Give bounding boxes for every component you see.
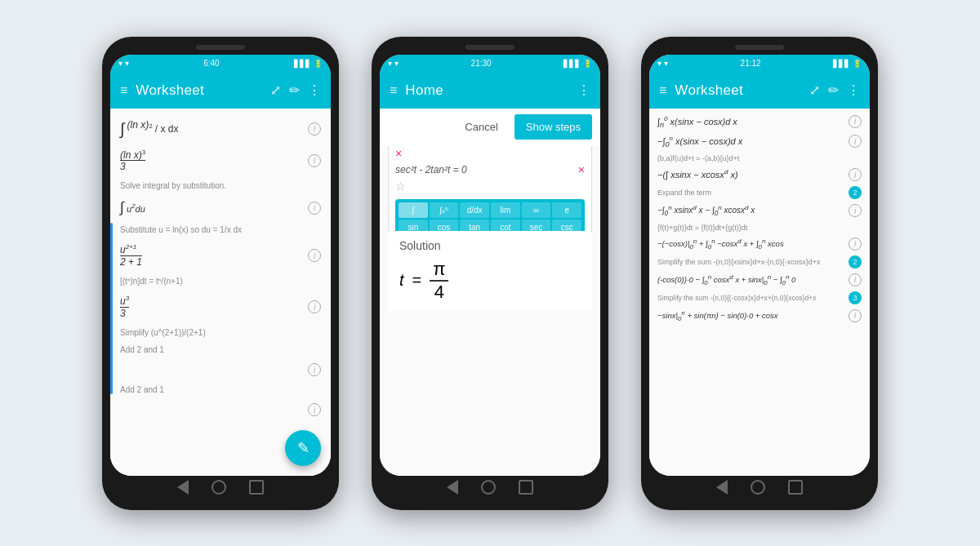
edit-icon-1[interactable]: ✏ — [289, 82, 300, 98]
step3-6-label: Simplify the sum -(n,0){(-cosx)x}d+x+(n,… — [657, 294, 816, 302]
step3-5: −(−cosx)|0n + ∫0n −cosxd x + ∫0n xcos i — [657, 236, 862, 252]
status-bar-3: ▾ ▾ 21:12 ▋▋▋ 🔋 — [649, 55, 870, 73]
kb-derivative[interactable]: d/dx — [460, 202, 489, 218]
step-5-math: u3 3 — [120, 295, 129, 319]
status-bar-2: ▾ ▾ 21:30 ▋▋▋ 🔋 — [380, 55, 600, 73]
step-6-row: i — [120, 361, 321, 379]
cancel-button[interactable]: Cancel — [455, 114, 507, 140]
page-title-1: Worksheet — [136, 82, 262, 99]
status-icons-right-3: ▋▋▋ 🔋 — [833, 60, 862, 68]
info3-5[interactable]: i — [849, 237, 862, 251]
star-icon[interactable]: ☆ — [395, 180, 406, 193]
home-content: × sec²t - 2tan²t = 0 × ☆ ∫ ∫ₐᵇ d — [380, 117, 600, 146]
step-2-row: (ln x)3 3 i — [120, 146, 321, 175]
recents-button-3[interactable] — [788, 480, 803, 495]
solution-pi: π — [430, 259, 448, 282]
graph-icon-1[interactable]: ⤢ — [270, 82, 281, 98]
app-bar-2: ≡ Home ⋮ — [380, 73, 600, 109]
home-button-3[interactable] — [751, 480, 765, 495]
info-icon-7[interactable]: i — [308, 403, 321, 416]
step-6-label: Add 2 and 1 — [120, 345, 321, 354]
info3-7[interactable]: i — [849, 309, 862, 322]
menu-icon-1[interactable]: ≡ — [120, 83, 127, 98]
input-close-2[interactable]: × — [578, 163, 585, 176]
kb-infinity[interactable]: ∞ — [522, 202, 551, 218]
phone-2: ▾ ▾ 21:30 ▋▋▋ 🔋 ≡ Home ⋮ × — [372, 37, 608, 510]
step-1-math: ∫ (ln x)2 / x dx — [120, 119, 178, 139]
status-time-3: 21:12 — [741, 59, 761, 68]
math3-4: −∫0n xsinxd x − ∫0n xcosxd x — [657, 204, 845, 217]
step-5-row: u3 3 i — [120, 292, 321, 322]
status-icons-left-3: ▾ ▾ — [657, 59, 668, 68]
more-icon-2[interactable]: ⋮ — [577, 82, 590, 98]
home-button-1[interactable] — [212, 480, 226, 495]
status-icons-right-2: ▋▋▋ 🔋 — [564, 60, 592, 68]
fab-edit[interactable]: ✎ — [285, 430, 321, 466]
step-5-label: Simplify (u^(2+1))/(2+1) — [120, 328, 321, 337]
math3-7: −sinx|0n + sin(πn) − sin(0)·0 + cosx — [657, 309, 845, 322]
info-icon-5[interactable]: i — [308, 300, 321, 313]
show-steps-button[interactable]: Show steps — [514, 114, 592, 140]
math3-2: −∫0n x(sinx − cosx)d x — [657, 135, 845, 149]
kb-definite-integral[interactable]: ∫ₐᵇ — [430, 202, 459, 218]
signal-icon: ▋▋▋ — [294, 60, 311, 68]
app-bar-actions-2: ⋮ — [577, 82, 590, 98]
info3-2[interactable]: i — [849, 135, 862, 148]
app-bar-3: ≡ Worksheet ⤢ ✏ ⋮ — [649, 73, 870, 109]
step-3-row: ∫ u2du i — [120, 197, 321, 219]
back-button-3[interactable] — [716, 480, 728, 495]
math3-1: ∫n0 x(sinx − cosx)d x — [657, 115, 845, 129]
step-7-label: Add 2 and 1 — [120, 385, 321, 394]
menu-icon-2[interactable]: ≡ — [390, 83, 397, 98]
math3-5: −(−cosx)|0n + ∫0n −cosxd x + ∫0n xcos — [657, 237, 845, 251]
step3-expand-row: Expand the term 2 — [657, 186, 862, 199]
step3-2: −∫0n x(sinx − cosx)d x i — [657, 133, 862, 150]
info-icon-3[interactable]: i — [308, 202, 321, 215]
step3-5-label: Simplify the sum -(n,0){xsinx}d+x-(n,0){… — [657, 258, 821, 266]
kb-row-1: ∫ ∫ₐᵇ d/dx lim ∞ e — [399, 202, 581, 218]
info-icon-6[interactable]: i — [308, 363, 321, 376]
graph-icon-3[interactable]: ⤢ — [809, 82, 820, 98]
back-button-2[interactable] — [447, 480, 458, 495]
input-close-1[interactable]: × — [395, 147, 402, 160]
input-row-3: ☆ — [395, 180, 585, 193]
badge-2b: 2 — [849, 255, 862, 269]
step-2-label: Solve integral by substitution. — [120, 181, 321, 190]
input-expr[interactable]: sec²t - 2tan²t = 0 — [395, 164, 578, 175]
edit-icon-3[interactable]: ✏ — [828, 82, 839, 98]
expand-label: Expand the term — [657, 189, 711, 197]
more-icon-3[interactable]: ⋮ — [847, 82, 860, 98]
page-title-3: Worksheet — [675, 82, 801, 99]
recents-button-1[interactable] — [249, 480, 264, 495]
solution-title: Solution — [399, 239, 581, 252]
more-icon-1[interactable]: ⋮ — [308, 82, 321, 98]
step3-4-label: {f(t)+g(t)}dt = {f(t)}dt+{g(t)}dt — [657, 224, 862, 232]
back-button-1[interactable] — [177, 480, 189, 495]
info-icon-2[interactable]: i — [308, 154, 321, 167]
home-bar-1 — [110, 476, 331, 502]
recents-button-2[interactable] — [519, 480, 533, 495]
step-2-math: (ln x)3 3 — [120, 149, 145, 173]
speaker-2 — [466, 45, 514, 50]
info3-4[interactable]: i — [849, 204, 862, 217]
status-time-1: 6:40 — [203, 59, 219, 68]
solution-box: Solution t = π 4 — [388, 231, 592, 311]
info3-6[interactable]: i — [849, 273, 862, 286]
badge-3: 3 — [849, 291, 862, 304]
info-icon-4[interactable]: i — [308, 249, 321, 262]
worksheet-content: ∫ (ln x)2 / x dx i (ln x)3 3 i Solve int… — [110, 109, 331, 428]
step3-6-label-row: Simplify the sum -(n,0){(-cosx)x}d+x+(n,… — [657, 291, 862, 304]
kb-e[interactable]: e — [552, 202, 581, 218]
step-3-math: ∫ u2du — [120, 199, 145, 216]
menu-icon-3[interactable]: ≡ — [659, 83, 666, 98]
info3-1[interactable]: i — [849, 115, 862, 128]
input-row-2: sec²t - 2tan²t = 0 × — [395, 163, 585, 176]
speaker-1 — [196, 45, 245, 50]
status-icons-left-2: ▾ ▾ — [388, 59, 399, 68]
info-icon-1[interactable]: i — [308, 122, 321, 135]
home-button-2[interactable] — [481, 480, 496, 495]
info3-3[interactable]: i — [849, 168, 862, 181]
content-2: × sec²t - 2tan²t = 0 × ☆ ∫ ∫ₐᵇ d — [380, 109, 600, 476]
kb-limit[interactable]: lim — [491, 202, 520, 218]
kb-integral[interactable]: ∫ — [399, 202, 428, 218]
